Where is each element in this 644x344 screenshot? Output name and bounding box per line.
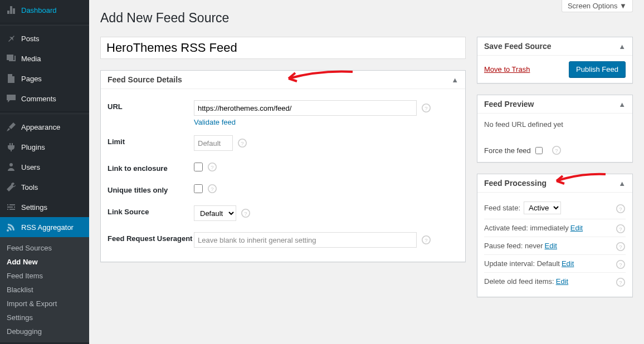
help-icon[interactable]: ? xyxy=(616,259,626,269)
feed-state-select[interactable]: Active xyxy=(524,202,561,214)
help-icon[interactable]: ? xyxy=(207,162,217,172)
menu-label: Media xyxy=(21,55,41,63)
menu-label: Pages xyxy=(21,75,42,83)
preview-text: No feed URL defined yet xyxy=(484,120,626,129)
submenu-feed-items[interactable]: Feed Items xyxy=(0,269,89,283)
activate-edit-link[interactable]: Edit xyxy=(570,224,583,232)
feed-preview-box: Feed Preview ▲ No feed URL defined yet F… xyxy=(477,95,633,163)
menu-plugins[interactable]: Plugins xyxy=(0,137,89,157)
unique-titles-label: Unique titles only xyxy=(108,184,194,194)
help-icon[interactable]: ? xyxy=(616,277,626,287)
sliders-icon xyxy=(6,202,17,213)
submenu-import-export[interactable]: Import & Export xyxy=(0,297,89,311)
link-source-label: Link Source xyxy=(108,205,194,216)
wrench-icon xyxy=(6,181,17,193)
collapse-toggle-icon[interactable]: ▲ xyxy=(618,42,626,51)
page-title: Add New Feed Source xyxy=(100,6,633,37)
delete-items-edit-link[interactable]: Edit xyxy=(556,277,568,286)
page-icon xyxy=(6,73,17,84)
menu-label: Dashboard xyxy=(21,6,57,14)
dashboard-icon xyxy=(6,4,17,16)
menu-comments[interactable]: Comments xyxy=(0,89,89,109)
submenu-add-new[interactable]: Add New xyxy=(0,255,89,269)
help-icon[interactable]: ? xyxy=(552,145,562,155)
submenu-feed-sources[interactable]: Feed Sources xyxy=(0,241,89,255)
box-heading-row[interactable]: Feed Preview ▲ xyxy=(477,95,632,114)
svg-text:?: ? xyxy=(211,164,213,170)
svg-text:?: ? xyxy=(244,210,247,217)
help-icon[interactable]: ? xyxy=(241,208,251,218)
submenu-rss: Feed Sources Add New Feed Items Blacklis… xyxy=(0,237,89,342)
svg-text:?: ? xyxy=(619,206,622,212)
help-icon[interactable]: ? xyxy=(421,235,431,245)
interval-label: Update interval: xyxy=(484,259,535,268)
enclosure-checkbox[interactable] xyxy=(194,163,203,171)
menu-posts[interactable]: Posts xyxy=(0,28,89,48)
menu-tools[interactable]: Tools xyxy=(0,177,89,197)
url-input[interactable] xyxy=(194,100,417,116)
publish-feed-button[interactable]: Publish Feed xyxy=(569,61,626,77)
help-icon[interactable]: ? xyxy=(237,138,247,148)
link-source-select[interactable]: Default xyxy=(194,205,236,221)
activate-label: Activate feed: xyxy=(484,224,528,232)
enclosure-label: Link to enclosure xyxy=(108,162,194,173)
feed-state-label: Feed state: xyxy=(484,204,520,212)
screen-options-button[interactable]: Screen Options ▼ xyxy=(562,0,633,12)
main-content: Screen Options ▼ Add New Feed Source Fee… xyxy=(89,0,644,344)
svg-text:?: ? xyxy=(425,237,427,243)
svg-text:?: ? xyxy=(241,140,243,146)
collapse-toggle-icon[interactable]: ▲ xyxy=(618,100,626,109)
menu-users[interactable]: Users xyxy=(0,157,89,177)
menu-settings[interactable]: Settings xyxy=(0,197,89,217)
box-heading-row[interactable]: Save Feed Source ▲ xyxy=(477,37,632,56)
menu-media[interactable]: Media xyxy=(0,48,89,68)
limit-label: Limit xyxy=(108,135,194,146)
interval-edit-link[interactable]: Edit xyxy=(562,259,574,268)
submenu-settings[interactable]: Settings xyxy=(0,311,89,325)
box-heading-row[interactable]: Feed Processing ▲ xyxy=(477,174,632,193)
save-feed-box: Save Feed Source ▲ Move to Trash Publish… xyxy=(477,37,633,83)
svg-text:?: ? xyxy=(619,262,622,268)
move-to-trash-link[interactable]: Move to Trash xyxy=(484,65,530,73)
menu-label: Tools xyxy=(21,183,38,191)
force-feed-label: Force the feed xyxy=(484,146,531,155)
help-icon[interactable]: ? xyxy=(421,103,431,113)
unique-titles-checkbox[interactable] xyxy=(194,184,203,193)
delete-items-label: Delete old feed items: xyxy=(484,277,554,286)
activate-value: immediately xyxy=(530,224,568,232)
collapse-toggle-icon[interactable]: ▲ xyxy=(618,179,626,188)
help-icon[interactable]: ? xyxy=(616,224,626,234)
useragent-input[interactable] xyxy=(194,232,417,248)
menu-rss-aggregator[interactable]: RSS Aggregator xyxy=(0,217,89,237)
limit-input[interactable] xyxy=(194,135,233,151)
submenu-blacklist[interactable]: Blacklist xyxy=(0,283,89,297)
comment-icon xyxy=(6,93,17,104)
help-icon[interactable]: ? xyxy=(616,242,626,252)
svg-text:?: ? xyxy=(619,226,622,232)
menu-label: Plugins xyxy=(21,143,45,151)
menu-appearance[interactable]: Appearance xyxy=(0,117,89,137)
pause-edit-link[interactable]: Edit xyxy=(545,242,557,250)
media-icon xyxy=(6,53,17,64)
help-icon[interactable]: ? xyxy=(616,204,626,214)
menu-pages[interactable]: Pages xyxy=(0,68,89,89)
menu-label: Settings xyxy=(21,203,47,212)
force-feed-checkbox[interactable] xyxy=(535,147,543,154)
plug-icon xyxy=(6,141,17,153)
pause-value: never xyxy=(525,242,543,250)
help-icon[interactable]: ? xyxy=(207,184,217,194)
feed-title-input[interactable] xyxy=(100,37,466,59)
feed-processing-box: Feed Processing ▲ Feed state: Active ? A… xyxy=(477,174,633,297)
collapse-toggle-icon[interactable]: ▲ xyxy=(451,76,458,84)
validate-feed-link[interactable]: Validate feed xyxy=(194,118,458,126)
box-heading: Feed Processing xyxy=(484,179,547,188)
menu-label: Comments xyxy=(21,95,56,103)
box-heading-row[interactable]: Feed Source Details ▲ xyxy=(101,71,465,89)
box-heading: Feed Source Details xyxy=(108,75,182,84)
menu-dashboard[interactable]: Dashboard xyxy=(0,0,89,20)
svg-text:?: ? xyxy=(425,105,427,111)
submenu-debugging[interactable]: Debugging xyxy=(0,325,89,338)
pin-icon xyxy=(6,33,17,44)
svg-text:?: ? xyxy=(619,279,622,286)
box-heading: Save Feed Source xyxy=(484,42,552,51)
